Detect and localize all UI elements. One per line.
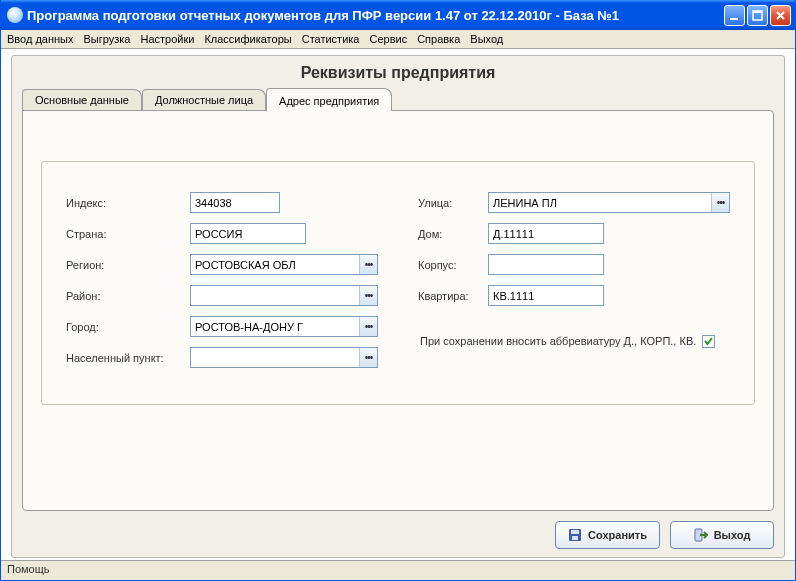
label-region: Регион: <box>66 259 184 271</box>
input-raion[interactable] <box>191 286 359 305</box>
lookup-region[interactable]: ••• <box>359 255 377 274</box>
field-country <box>190 223 306 244</box>
label-flat: Квартира: <box>418 290 482 302</box>
row-city: Город: ••• <box>66 316 378 337</box>
input-country[interactable] <box>191 224 337 243</box>
footer-buttons: Сохранить Выход <box>22 521 774 549</box>
menu-stats[interactable]: Статистика <box>302 33 360 45</box>
input-flat[interactable] <box>489 286 635 305</box>
exit-icon <box>694 528 708 542</box>
exit-button[interactable]: Выход <box>670 521 774 549</box>
ellipsis-icon: ••• <box>365 259 373 270</box>
left-column: Индекс: Страна: <box>66 192 378 368</box>
input-street[interactable] <box>489 193 711 212</box>
lookup-raion[interactable]: ••• <box>359 286 377 305</box>
lookup-city[interactable]: ••• <box>359 317 377 336</box>
ellipsis-icon: ••• <box>365 290 373 301</box>
row-street: Улица: ••• <box>418 192 730 213</box>
svg-rect-5 <box>572 536 578 540</box>
label-nasp: Населенный пункт: <box>66 352 184 364</box>
menu-exit[interactable]: Выход <box>470 33 503 45</box>
lookup-street[interactable]: ••• <box>711 193 729 212</box>
titlebar: Программа подготовки отчетных документов… <box>1 0 795 30</box>
row-region: Регион: ••• <box>66 254 378 275</box>
svg-rect-0 <box>730 18 738 20</box>
tabs: Основные данные Должностные лица Адрес п… <box>22 88 774 110</box>
field-region: ••• <box>190 254 378 275</box>
input-house[interactable] <box>489 224 635 243</box>
save-icon <box>568 528 582 542</box>
address-group: Индекс: Страна: <box>41 161 755 405</box>
app-icon <box>7 7 23 23</box>
label-street: Улица: <box>418 197 482 209</box>
menu-vvod[interactable]: Ввод данных <box>7 33 74 45</box>
row-index: Индекс: <box>66 192 378 213</box>
row-country: Страна: <box>66 223 378 244</box>
exit-label: Выход <box>714 529 751 541</box>
statusbar: Помощь <box>1 560 795 580</box>
input-city[interactable] <box>191 317 359 336</box>
svg-rect-4 <box>571 530 579 534</box>
maximize-icon <box>752 10 763 21</box>
row-korp: Корпус: <box>418 254 730 275</box>
row-raion: Район: ••• <box>66 285 378 306</box>
menu-klass[interactable]: Классификаторы <box>204 33 291 45</box>
input-korp[interactable] <box>489 255 635 274</box>
menubar: Ввод данных Выгрузка Настройки Классифик… <box>1 30 795 49</box>
field-korp <box>488 254 604 275</box>
save-label: Сохранить <box>588 529 647 541</box>
menu-settings[interactable]: Настройки <box>140 33 194 45</box>
label-country: Страна: <box>66 228 184 240</box>
ellipsis-icon: ••• <box>365 352 373 363</box>
tab-officials[interactable]: Должностные лица <box>142 89 266 110</box>
right-column: Улица: ••• Дом: <box>418 192 730 368</box>
menu-help[interactable]: Справка <box>417 33 460 45</box>
main-panel: Реквизиты предприятия Основные данные До… <box>11 55 785 558</box>
save-button[interactable]: Сохранить <box>555 521 660 549</box>
minimize-icon <box>729 10 740 21</box>
ellipsis-icon: ••• <box>365 321 373 332</box>
page-title: Реквизиты предприятия <box>22 64 774 82</box>
field-city: ••• <box>190 316 378 337</box>
label-korp: Корпус: <box>418 259 482 271</box>
window-buttons <box>724 5 791 26</box>
tab-body: Индекс: Страна: <box>22 110 774 511</box>
close-icon <box>775 10 786 21</box>
field-nasp: ••• <box>190 347 378 368</box>
window-title: Программа подготовки отчетных документов… <box>27 8 724 23</box>
ellipsis-icon: ••• <box>717 197 725 208</box>
field-street: ••• <box>488 192 730 213</box>
label-city: Город: <box>66 321 184 333</box>
field-flat <box>488 285 604 306</box>
check-icon <box>703 336 714 347</box>
row-house: Дом: <box>418 223 730 244</box>
checkbox-abbrev[interactable] <box>702 335 715 348</box>
row-flat: Квартира: <box>418 285 730 306</box>
row-checkbox: При сохранении вносить аббревиатуру Д., … <box>418 334 730 348</box>
input-nasp[interactable] <box>191 348 359 367</box>
svg-rect-2 <box>753 11 762 13</box>
input-region[interactable] <box>191 255 359 274</box>
maximize-button[interactable] <box>747 5 768 26</box>
row-nasp: Населенный пункт: ••• <box>66 347 378 368</box>
input-index[interactable] <box>191 193 337 212</box>
label-checkbox: При сохранении вносить аббревиатуру Д., … <box>420 334 696 348</box>
field-index <box>190 192 280 213</box>
status-help: Помощь <box>7 563 50 575</box>
label-house: Дом: <box>418 228 482 240</box>
lookup-nasp[interactable]: ••• <box>359 348 377 367</box>
app-window: Программа подготовки отчетных документов… <box>0 0 796 581</box>
client-area: Реквизиты предприятия Основные данные До… <box>1 49 795 560</box>
field-raion: ••• <box>190 285 378 306</box>
label-index: Индекс: <box>66 197 184 209</box>
tab-main-data[interactable]: Основные данные <box>22 89 142 110</box>
label-raion: Район: <box>66 290 184 302</box>
close-button[interactable] <box>770 5 791 26</box>
menu-vygruzka[interactable]: Выгрузка <box>84 33 131 45</box>
menu-service[interactable]: Сервис <box>369 33 407 45</box>
minimize-button[interactable] <box>724 5 745 26</box>
field-house <box>488 223 604 244</box>
tab-address[interactable]: Адрес предприятия <box>266 88 392 111</box>
